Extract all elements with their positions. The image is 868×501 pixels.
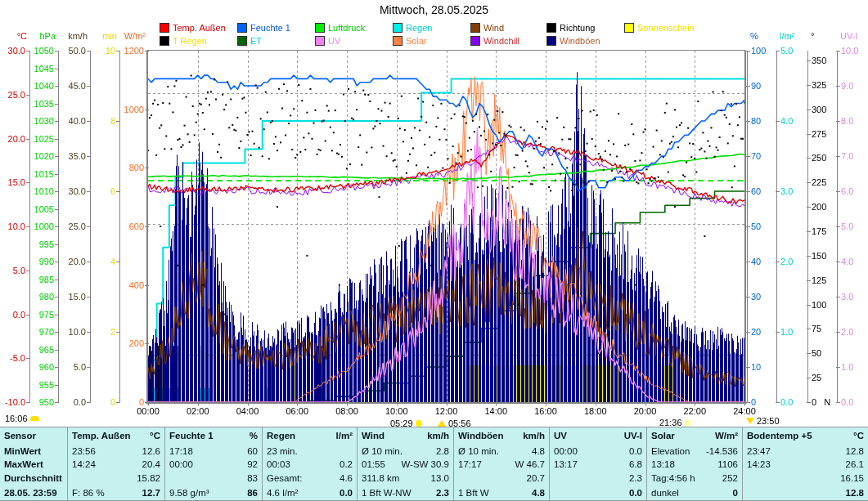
tick-label-windspeed: 0.0 — [53, 397, 86, 407]
cell-left: 23:47 — [747, 446, 771, 456]
col-title: Solar — [651, 431, 675, 441]
cell-left: 14:24 — [72, 459, 96, 469]
table-col-sensor: SensorMinWertMaxWertDurchschnitt28.05. 2… — [0, 427, 68, 500]
x-tick-label: 18:00 — [578, 406, 614, 416]
row-header-label: MaxWert — [4, 459, 43, 469]
tick-label-direction: 25 — [812, 373, 821, 382]
tick-label-direction: 0 N — [812, 397, 830, 407]
col-unit: km/h — [523, 431, 545, 441]
legend-item-sonnenschein: Sonnenschein — [624, 23, 695, 33]
cell-value: 1106 — [717, 459, 738, 469]
table-cell-row: 00:000.0 — [554, 445, 642, 459]
cell-value: W-SW 30.9 — [401, 459, 449, 469]
table-cell-row: Tag:4:56 h252 — [651, 472, 738, 485]
legend-swatch — [237, 36, 247, 46]
col-unit: °C — [150, 431, 160, 441]
legend-swatch — [315, 23, 325, 33]
table-row-header: 28.05. 23:59 — [4, 485, 63, 500]
tick-label-rain: 4.0 — [780, 116, 793, 126]
cell-left: Tag:4:56 h — [651, 473, 695, 483]
tick-label-humidity: 50 — [751, 221, 761, 231]
legend-swatch — [237, 23, 247, 33]
cell-value: 12.7 — [142, 488, 160, 498]
cell-value: 0.0 — [629, 446, 642, 456]
cell-value: 92 — [247, 459, 258, 469]
col-title: Regen — [267, 431, 295, 441]
cell-left: Ø 10 min. — [362, 446, 403, 456]
x-tick-label: 20:00 — [627, 406, 663, 416]
table-col-header: Regenl/m² — [267, 427, 353, 445]
sunset-icon — [685, 420, 690, 426]
tick-label-uv: 5.0 — [841, 221, 853, 231]
tick-label-sunshine: 2 — [83, 327, 115, 337]
x-tick-label: 16:00 — [528, 406, 564, 416]
legend-label: Windböen — [560, 36, 600, 46]
tick-label-windspeed: 50.0 — [53, 46, 86, 56]
cell-value: 16.15 — [840, 473, 864, 483]
table-cell-row: 23 min. — [267, 445, 353, 459]
axis-unit-pressure: hPa — [21, 31, 56, 41]
cell-left: Elevation — [651, 446, 690, 456]
table-col-header: UVUV-I — [554, 427, 642, 445]
tick-label-sunshine: 6 — [83, 186, 115, 196]
table-col-windb-en: Windböenkm/hØ 10 min.4.817:17W 46.720.71… — [454, 427, 550, 500]
col-title: Windböen — [458, 431, 503, 441]
table-col-header: Bodentemp +5°C — [747, 427, 864, 445]
cell-value: 15.82 — [137, 473, 160, 483]
tick-label-pressure: 1050 — [21, 46, 54, 56]
cell-value: 83 — [247, 473, 258, 483]
x-tick-label: 12:00 — [429, 406, 465, 416]
cell-left: F: 86 % — [72, 488, 105, 498]
legend-item-uv: UV — [315, 36, 340, 46]
tick-label-windspeed: 45.0 — [53, 81, 86, 91]
cell-value: 60 — [247, 446, 258, 456]
legend-label: UV — [328, 36, 340, 46]
legend-item-regen: Regen — [393, 23, 432, 33]
col-title: UV — [554, 431, 567, 441]
tick-label-sunshine: 4 — [83, 257, 115, 266]
tick-label-windspeed: 5.0 — [53, 362, 86, 372]
cell-value: 2.3 — [629, 473, 642, 483]
table-col-header: Windböenkm/h — [458, 427, 545, 445]
cell-value: 12.8 — [846, 446, 864, 456]
table-col-temp-au-en: Temp. Außen°C23:5612.614:2420.415.82F: 8… — [68, 427, 165, 500]
cell-left: dunkel — [651, 488, 679, 498]
legend-swatch — [546, 23, 556, 33]
col-title: Wind — [362, 431, 385, 441]
legend-label: Sonnenschein — [637, 23, 695, 33]
table-cell-row: 13:176.8 — [554, 458, 642, 472]
table-col-feuchte-1: Feuchte 1%17:186000:0092839.58 g/m³86 — [165, 427, 263, 500]
legend-item-solar: Solar — [393, 36, 427, 46]
cell-left: Gesamt: — [267, 473, 302, 483]
tick-label-direction: 125 — [812, 275, 826, 285]
x-tick-label: 24:00 — [726, 406, 762, 416]
legend-label: Solar — [406, 36, 427, 46]
table-row-header: MinWert — [4, 445, 63, 459]
cell-left: 311.8 km — [362, 473, 399, 483]
cell-value: 4.8 — [532, 488, 545, 498]
tick-label-humidity: 100 — [751, 46, 766, 56]
table-cell-row: Elevation-14.536 — [651, 445, 738, 459]
moon-icon — [30, 416, 39, 421]
cell-left: 17:18 — [169, 446, 193, 456]
x-tick-label: 10:00 — [379, 406, 415, 416]
x-tick-label: 02:00 — [180, 406, 216, 416]
table-col-header: Temp. Außen°C — [72, 427, 160, 445]
sun-icon — [416, 420, 422, 427]
tick-label-windspeed: 15.0 — [53, 292, 86, 302]
legend-item-feuchte-1: Feuchte 1 — [237, 23, 290, 33]
chart-canvas — [148, 51, 744, 402]
table-col-header: Windkm/h — [362, 427, 449, 445]
table-cell-row: 00:030.2 — [267, 458, 353, 472]
legend-item-luftdruck: Luftdruck — [315, 23, 365, 33]
legend-swatch — [470, 23, 480, 33]
table-col-bodentemp-5: Bodentemp +5°C23:4712.814:2326.116.1512.… — [743, 427, 868, 500]
legend-item-temp-au-en: Temp. Außen — [160, 23, 226, 33]
dusk-time: 23:50 — [757, 416, 780, 426]
table-cell-row: F: 86 %12.7 — [72, 485, 160, 500]
col-unit: °C — [853, 431, 864, 441]
tick-label-direction: 75 — [812, 324, 821, 333]
legend-swatch — [393, 36, 403, 46]
legend-item-t-regen: T Regen — [160, 36, 207, 46]
tick-label-solar: 800 — [111, 163, 144, 172]
